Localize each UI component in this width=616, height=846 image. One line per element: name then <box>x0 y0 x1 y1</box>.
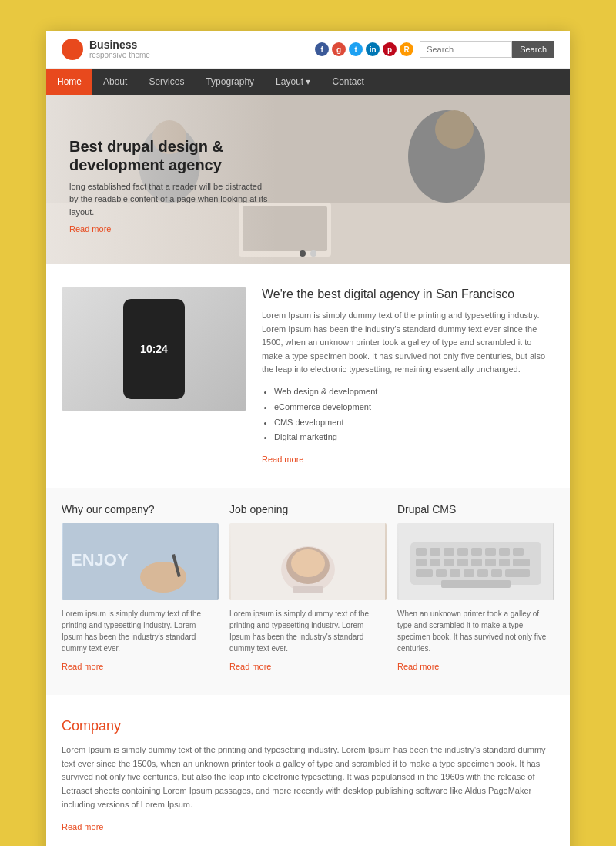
hero-slider: Best drupal design & development agency … <box>46 95 570 264</box>
logo-area: Business responsive theme <box>62 39 150 60</box>
linkedin-icon[interactable]: in <box>366 42 380 56</box>
page-wrapper: Business responsive theme f g t in p R S… <box>46 31 570 846</box>
svg-rect-35 <box>513 559 530 566</box>
keyboard-image <box>397 523 554 600</box>
svg-rect-41 <box>491 569 502 577</box>
facebook-icon[interactable]: f <box>315 42 329 56</box>
svg-rect-21 <box>430 548 440 556</box>
svg-rect-37 <box>436 569 447 577</box>
hero-overlay: Best drupal design & development agency … <box>69 137 270 234</box>
svg-rect-25 <box>485 548 496 556</box>
col-readmore-1[interactable]: Read more <box>62 662 103 671</box>
social-icons: f g t in p R <box>315 42 413 56</box>
col-image-2 <box>229 523 387 600</box>
header-right: f g t in p R Search <box>315 41 554 58</box>
col-why-company: Why our company? ENJOY Lorem ipsum is si… <box>62 503 219 672</box>
nav-contact[interactable]: Contact <box>321 69 374 95</box>
svg-point-11 <box>140 562 186 593</box>
col-heading-3: Drupal CMS <box>397 503 554 515</box>
three-columns: Why our company? ENJOY Lorem ipsum is si… <box>46 488 570 695</box>
svg-point-5 <box>435 110 474 149</box>
svg-rect-30 <box>444 559 454 566</box>
company-section: Company Lorem Ipsum is simply dummy text… <box>46 695 570 846</box>
about-list-item: CMS development <box>274 415 554 431</box>
svg-rect-17 <box>293 586 323 593</box>
col-readmore-2[interactable]: Read more <box>229 662 271 671</box>
phone-mockup: 10:24 <box>123 299 185 399</box>
nav-layout[interactable]: Layout ▾ <box>265 69 321 95</box>
about-list-item: eCommerce development <box>274 400 554 415</box>
col-image-1: ENJOY <box>62 523 219 600</box>
rss-icon[interactable]: R <box>400 42 413 56</box>
about-readmore-link[interactable]: Read more <box>262 455 303 464</box>
site-nav: Home About Services Typography Layout ▾ … <box>46 69 570 95</box>
svg-rect-34 <box>499 559 510 566</box>
company-body: Lorem Ipsum is simply dummy text of the … <box>62 744 554 811</box>
slide-dot-1[interactable] <box>300 250 306 257</box>
col-heading-1: Why our company? <box>62 503 219 515</box>
phone-time: 10:24 <box>140 343 168 355</box>
about-section: 10:24 We're the best digital agency in S… <box>46 264 570 488</box>
logo-main: Business <box>89 39 150 51</box>
col-drupal-cms: Drupal CMS <box>397 503 554 672</box>
svg-rect-36 <box>416 569 433 577</box>
search-button[interactable]: Search <box>512 41 554 58</box>
nav-about[interactable]: About <box>92 69 138 95</box>
svg-rect-22 <box>444 548 454 556</box>
svg-rect-26 <box>499 548 510 556</box>
col-body-2: Lorem ipsum is simply dummy text of the … <box>229 608 387 654</box>
col-job-opening: Job opening Lorem ipsum is simply dummy … <box>229 503 387 672</box>
col-body-1: Lorem ipsum is simply dummy text of the … <box>62 608 219 654</box>
nav-home[interactable]: Home <box>46 69 92 95</box>
svg-rect-31 <box>457 559 468 566</box>
svg-rect-27 <box>513 548 524 556</box>
enjoy-image: ENJOY <box>62 523 219 600</box>
pinterest-icon[interactable]: p <box>383 42 397 56</box>
col-body-3: When an unknown printer took a galley of… <box>397 608 554 654</box>
svg-rect-24 <box>471 548 482 556</box>
about-body: Lorem Ipsum is simply dummy text of the … <box>262 309 554 377</box>
svg-rect-43 <box>441 580 511 588</box>
hero-description: long established fact that a reader will… <box>69 180 270 219</box>
slide-dot-2[interactable] <box>310 250 316 257</box>
nav-typography[interactable]: Typography <box>195 69 265 95</box>
svg-rect-39 <box>464 569 474 577</box>
coffee-image <box>229 523 387 600</box>
about-list: Web design & development eCommerce devel… <box>262 384 554 445</box>
search-input[interactable] <box>420 41 512 58</box>
col-image-3 <box>397 523 554 600</box>
hero-readmore-link[interactable]: Read more <box>69 224 270 233</box>
svg-rect-23 <box>457 548 468 556</box>
about-list-item: Digital marketing <box>274 430 554 445</box>
company-readmore-link[interactable]: Read more <box>62 822 103 831</box>
svg-rect-20 <box>416 548 427 556</box>
hero-title: Best drupal design & development agency <box>69 137 270 174</box>
svg-rect-38 <box>450 569 460 577</box>
svg-point-16 <box>291 549 325 577</box>
logo-sub: responsive theme <box>89 51 150 59</box>
about-list-item: Web design & development <box>274 384 554 400</box>
about-heading: We're the best digital agency in San Fra… <box>262 287 554 301</box>
twitter-icon[interactable]: t <box>349 42 363 56</box>
svg-rect-29 <box>430 559 440 566</box>
about-content: We're the best digital agency in San Fra… <box>262 287 554 465</box>
col-readmore-3[interactable]: Read more <box>397 662 439 671</box>
about-image: 10:24 <box>62 287 246 411</box>
slider-dots <box>300 250 316 257</box>
search-area: Search <box>420 41 554 58</box>
site-header: Business responsive theme f g t in p R S… <box>46 31 570 69</box>
logo-text: Business responsive theme <box>89 39 150 59</box>
company-heading: Company <box>62 718 554 734</box>
svg-text:ENJOY: ENJOY <box>71 550 129 569</box>
googleplus-icon[interactable]: g <box>332 42 346 56</box>
logo-icon <box>62 39 83 60</box>
svg-rect-40 <box>477 569 488 577</box>
nav-services[interactable]: Services <box>138 69 195 95</box>
svg-rect-42 <box>505 569 530 577</box>
svg-rect-33 <box>485 559 496 566</box>
col-heading-2: Job opening <box>229 503 387 515</box>
svg-rect-28 <box>416 559 427 566</box>
svg-rect-32 <box>471 559 482 566</box>
